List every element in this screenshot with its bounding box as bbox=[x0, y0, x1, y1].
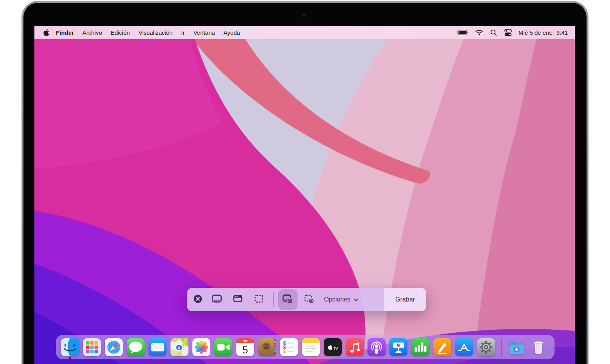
capture-window-button[interactable] bbox=[228, 289, 248, 310]
screen: FinderArchivoEdiciónVisualizaciónIrVenta… bbox=[34, 26, 575, 364]
dock-item-messages[interactable] bbox=[127, 338, 145, 356]
dock-item-pages[interactable] bbox=[433, 338, 451, 356]
menu-bar-date[interactable]: Mié 5 de ene bbox=[518, 29, 553, 36]
menu-finder[interactable]: Finder bbox=[52, 29, 78, 36]
control-center-icon[interactable] bbox=[504, 29, 512, 36]
system-preferences-icon bbox=[477, 338, 495, 356]
facetime-icon bbox=[214, 338, 232, 356]
capture-window-icon bbox=[233, 294, 243, 305]
spotlight-search-icon[interactable] bbox=[490, 29, 497, 36]
page-background: FinderArchivoEdiciónVisualizaciónIrVenta… bbox=[0, 0, 610, 364]
svg-text:tv: tv bbox=[333, 344, 338, 350]
dock-item-launchpad[interactable] bbox=[83, 338, 101, 356]
dock-item-podcasts[interactable] bbox=[368, 338, 386, 356]
camera-dot bbox=[303, 14, 305, 16]
running-indicator-dot bbox=[69, 357, 71, 359]
dock-item-notes[interactable] bbox=[302, 338, 320, 356]
dock-item-photos[interactable] bbox=[192, 338, 210, 356]
menu-ir[interactable]: Ir bbox=[177, 29, 189, 36]
dock-item-maps[interactable] bbox=[170, 338, 188, 356]
capture-selection-icon bbox=[254, 294, 264, 305]
messages-icon bbox=[127, 338, 145, 356]
wifi-icon[interactable] bbox=[475, 30, 483, 36]
capture-entire-screen-icon bbox=[212, 294, 222, 305]
record-selection-button[interactable] bbox=[299, 289, 319, 310]
app-store-icon bbox=[455, 338, 473, 356]
screenshot-toolbar: Opciones Grabar bbox=[187, 288, 426, 311]
battery-icon[interactable] bbox=[458, 30, 468, 35]
dock-item-numbers[interactable] bbox=[411, 338, 429, 356]
menu-visualizacion[interactable]: Visualización bbox=[134, 29, 177, 36]
numbers-icon bbox=[411, 338, 429, 356]
record-selection-icon bbox=[304, 294, 314, 305]
keynote-icon bbox=[389, 338, 407, 356]
close-button[interactable] bbox=[191, 289, 205, 310]
menu-edicion[interactable]: Edición bbox=[106, 29, 134, 36]
downloads-folder-icon bbox=[508, 338, 526, 356]
record-entire-screen-icon bbox=[282, 294, 293, 305]
capture-entire-screen-button[interactable] bbox=[207, 289, 226, 310]
options-label: Opciones bbox=[324, 296, 351, 303]
menu-ayuda[interactable]: Ayuda bbox=[219, 29, 244, 36]
pages-icon bbox=[433, 338, 451, 356]
chevron-down-icon bbox=[353, 296, 358, 303]
calendar-icon: ENE5 bbox=[236, 338, 254, 356]
dock-item-reminders[interactable] bbox=[280, 338, 298, 356]
status-icons bbox=[458, 29, 512, 36]
safari-icon bbox=[105, 338, 123, 356]
dock-item-safari[interactable] bbox=[105, 338, 123, 356]
screenshot-toolbar-buttons bbox=[187, 288, 319, 311]
options-button[interactable]: Opciones bbox=[324, 296, 359, 303]
menu-items: FinderArchivoEdiciónVisualizaciónIrVenta… bbox=[52, 29, 244, 36]
dock-item-calendar[interactable]: ENE5 bbox=[236, 338, 254, 356]
dock-item-downloads-folder[interactable] bbox=[508, 338, 526, 356]
svg-text:ENE: ENE bbox=[242, 339, 248, 342]
apple-menu[interactable] bbox=[43, 29, 49, 36]
podcasts-icon bbox=[368, 338, 386, 356]
menu-archivo[interactable]: Archivo bbox=[78, 29, 106, 36]
dock-item-tv[interactable]: tv bbox=[324, 338, 342, 356]
reminders-icon bbox=[280, 338, 298, 356]
close-icon bbox=[193, 294, 203, 305]
maps-icon bbox=[170, 338, 188, 356]
launchpad-icon bbox=[83, 338, 101, 356]
dock: ENE5tv bbox=[56, 335, 554, 359]
dock-item-keynote[interactable] bbox=[389, 338, 407, 356]
finder-icon bbox=[61, 338, 79, 356]
dock-item-app-store[interactable] bbox=[455, 338, 473, 356]
menu-bar: FinderArchivoEdiciónVisualizaciónIrVenta… bbox=[34, 26, 575, 39]
desktop-wallpaper bbox=[34, 26, 575, 364]
macbook-bezel: FinderArchivoEdiciónVisualizaciónIrVenta… bbox=[22, 1, 588, 364]
music-icon bbox=[346, 338, 364, 356]
svg-text:5: 5 bbox=[242, 344, 248, 355]
dock-item-system-preferences[interactable] bbox=[477, 338, 495, 356]
trash-icon bbox=[529, 338, 547, 356]
dock-item-contacts[interactable] bbox=[258, 338, 276, 356]
menu-ventana[interactable]: Ventana bbox=[189, 29, 219, 36]
photos-icon bbox=[192, 338, 210, 356]
dock-item-trash[interactable] bbox=[529, 338, 547, 356]
dock-divider bbox=[501, 338, 502, 357]
notes-icon bbox=[302, 338, 320, 356]
tv-icon: tv bbox=[324, 338, 342, 356]
dock-item-music[interactable] bbox=[346, 338, 364, 356]
record-entire-screen-button[interactable] bbox=[278, 289, 298, 310]
capture-selection-button[interactable] bbox=[249, 289, 269, 310]
toolbar-divider bbox=[273, 292, 274, 307]
record-button-label: Grabar bbox=[395, 296, 415, 303]
contacts-icon bbox=[258, 338, 276, 356]
dock-item-finder[interactable] bbox=[61, 338, 79, 356]
dock-item-facetime[interactable] bbox=[214, 338, 232, 356]
dock-items: ENE5tv bbox=[56, 335, 554, 359]
mail-icon bbox=[149, 338, 167, 356]
dock-item-mail[interactable] bbox=[149, 338, 167, 356]
record-button[interactable]: Grabar bbox=[384, 288, 426, 311]
menu-bar-clock[interactable]: 9:41 bbox=[556, 29, 568, 36]
